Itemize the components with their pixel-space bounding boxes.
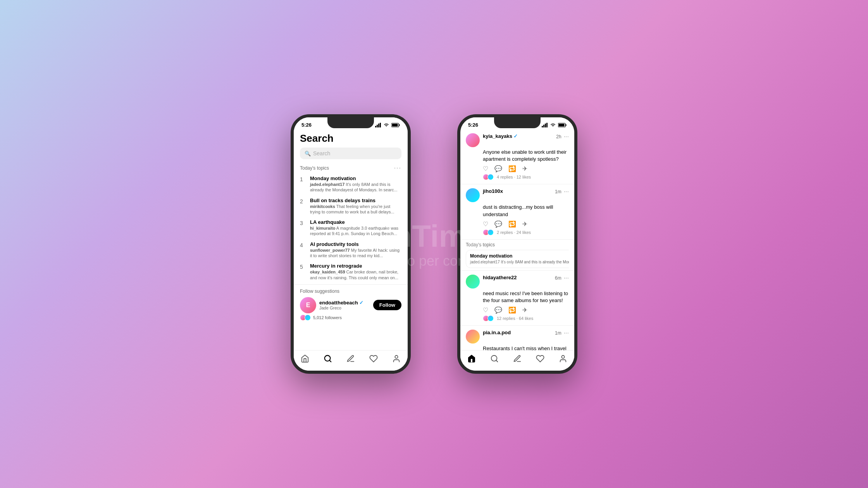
svg-rect-0 xyxy=(375,126,376,127)
tweet-4-meta: pia.in.a.pod 1m ··· xyxy=(483,330,569,337)
topic-card-name-1: Monday motivation xyxy=(470,253,569,259)
nav-search-icon[interactable] xyxy=(324,354,332,365)
reply-av-2b xyxy=(487,229,494,235)
divider xyxy=(294,284,408,285)
svg-rect-6 xyxy=(392,124,398,126)
topic-card-desc-1: jaded.elephant17 It's only 8AM and this … xyxy=(470,259,569,265)
svg-rect-16 xyxy=(559,124,565,126)
comment-icon-3[interactable]: 💬 xyxy=(494,306,502,314)
heart-icon-2[interactable]: ♡ xyxy=(483,220,488,228)
topic-name-4: AI productivity tools xyxy=(310,241,401,247)
topic-num-1: 1 xyxy=(300,176,305,182)
tweet-1-user: kyia_kayaks ✓ xyxy=(483,133,518,139)
comment-icon-2[interactable]: 💬 xyxy=(494,220,502,228)
tweet-2-replies: 2 replies · 24 likes xyxy=(483,229,569,235)
topic-item-4[interactable]: 4 AI productivity tools sunflower_power7… xyxy=(294,239,408,261)
topic-item-5[interactable]: 5 Mercury in retrograde okay_kaiden_459 … xyxy=(294,261,408,283)
share-icon-2[interactable]: ✈ xyxy=(522,220,527,228)
comment-icon-1[interactable]: 💬 xyxy=(494,165,502,172)
svg-line-8 xyxy=(329,360,331,362)
status-icons-right xyxy=(542,123,567,127)
bottom-nav-left xyxy=(294,350,408,371)
bottom-nav-right xyxy=(460,350,574,371)
search-header: Search 🔍 Search xyxy=(294,129,408,162)
tweet-1-replies: 4 replies · 12 likes xyxy=(483,174,569,180)
time-right: 5:26 xyxy=(468,122,478,128)
tweet-1-actions: ♡ 💬 🔁 ✈ xyxy=(483,165,569,172)
right-screen: 5:26 xyxy=(460,117,574,371)
svg-rect-10 xyxy=(542,126,543,127)
wifi-icon xyxy=(383,123,389,127)
topic-num-5: 5 xyxy=(300,264,305,270)
topic-content-4: AI productivity tools sunflower_power77 … xyxy=(310,241,401,259)
topic-desc-3: hi_kimuraito A magnitude 3.0 earthquake … xyxy=(310,225,401,237)
topics-more-icon[interactable]: ··· xyxy=(394,165,401,172)
suggestion-details: endoatthebeach ✓ Jade Greco xyxy=(319,300,363,310)
reply-avatars-2 xyxy=(483,229,492,235)
topic-item-2[interactable]: 2 Bull on tracks delays trains mirikitco… xyxy=(294,195,408,217)
follow-button[interactable]: Follow xyxy=(373,300,401,310)
nav-compose-icon-r[interactable] xyxy=(513,354,522,365)
heart-icon-1[interactable]: ♡ xyxy=(483,165,488,172)
followers-count: 5,012 followers xyxy=(313,315,342,320)
svg-rect-12 xyxy=(545,124,546,127)
svg-rect-13 xyxy=(546,123,548,127)
topic-desc-4: sunflower_power77 My favorite AI hack: u… xyxy=(310,247,401,259)
tweet-1-replies-text: 4 replies · 12 likes xyxy=(497,175,531,179)
time-left: 5:26 xyxy=(301,122,312,128)
follow-suggestions-label: Follow suggestions xyxy=(300,289,401,294)
tweet-2-more-icon[interactable]: ··· xyxy=(564,188,569,195)
topic-item-1[interactable]: 1 Monday motivation jaded.elephant17 It'… xyxy=(294,173,408,195)
tweet-1-time-more: 2h ··· xyxy=(556,133,569,140)
topic-content-2: Bull on tracks delays trains mirikitcook… xyxy=(310,198,401,215)
topics-label: Today's topics xyxy=(300,165,329,171)
suggestion-avatar: E xyxy=(300,297,316,313)
topic-name-2: Bull on tracks delays trains xyxy=(310,198,401,203)
svg-rect-5 xyxy=(399,124,400,126)
feed-content: kyia_kayaks ✓ 2h ··· Anyone else unable … xyxy=(460,129,574,350)
topic-card-1[interactable]: Monday motivation jaded.elephant17 It's … xyxy=(466,250,569,268)
tweet-2-body: dust is distracting...my boss will under… xyxy=(483,204,569,218)
suggestion-username: endoatthebeach ✓ xyxy=(319,300,363,306)
nav-profile-icon-r[interactable] xyxy=(559,354,567,365)
nav-profile-icon[interactable] xyxy=(392,354,401,365)
tweet-1-more-icon[interactable]: ··· xyxy=(564,133,569,140)
topics-section-label: Today's topics xyxy=(466,242,569,247)
suggestion-row: E endoatthebeach ✓ Jade Greco Follow xyxy=(300,297,401,313)
topics-scroll: Monday motivation jaded.elephant17 It's … xyxy=(466,250,569,268)
topic-num-2: 2 xyxy=(300,198,305,204)
reply-avatars-1 xyxy=(483,174,492,180)
tweet-4: pia.in.a.pod 1m ··· Restaurants I can't … xyxy=(460,326,574,350)
followers-row: 5,012 followers xyxy=(300,314,401,321)
tweet-3-body: need music recs! I've been listening to … xyxy=(483,290,569,304)
share-icon-1[interactable]: ✈ xyxy=(522,165,527,172)
battery-icon xyxy=(391,123,400,127)
tweet-3-time: 6m xyxy=(555,275,561,281)
verified-badge: ✓ xyxy=(359,300,363,306)
search-box[interactable]: 🔍 Search xyxy=(300,148,401,159)
nav-compose-icon[interactable] xyxy=(346,354,355,365)
tweet-3-user: hidayathere22 xyxy=(483,275,517,280)
share-icon-3[interactable]: ✈ xyxy=(522,306,527,314)
tweet-3-time-more: 6m ··· xyxy=(555,275,569,282)
tweet-3-more-icon[interactable]: ··· xyxy=(564,275,569,282)
nav-search-icon-r[interactable] xyxy=(490,354,499,365)
tweet-2-actions: ♡ 💬 🔁 ✈ xyxy=(483,220,569,228)
nav-heart-icon-r[interactable] xyxy=(536,354,544,365)
topic-item-3[interactable]: 3 LA earthquake hi_kimuraito A magnitude… xyxy=(294,217,408,239)
retweet-icon-3[interactable]: 🔁 xyxy=(508,306,516,314)
nav-home-icon[interactable] xyxy=(301,354,309,365)
heart-icon-3[interactable]: ♡ xyxy=(483,306,488,314)
tweet-4-more-icon[interactable]: ··· xyxy=(564,330,569,337)
retweet-icon-1[interactable]: 🔁 xyxy=(508,165,516,172)
topic-desc-2: mirikitcooks That feeling when you're ju… xyxy=(310,204,401,215)
tweet-1-meta: kyia_kayaks ✓ 2h ··· xyxy=(483,133,569,140)
retweet-icon-2[interactable]: 🔁 xyxy=(508,220,516,228)
suggestion-info: E endoatthebeach ✓ Jade Greco xyxy=(300,297,363,313)
nav-heart-icon[interactable] xyxy=(369,354,378,365)
tweet-1-time: 2h xyxy=(556,134,561,139)
svg-rect-3 xyxy=(380,123,381,127)
nav-home-icon-r[interactable] xyxy=(467,354,476,365)
topic-desc-1: jaded.elephant17 It's only 8AM and this … xyxy=(310,182,401,193)
tweet-2-header: jiho100x 1m ··· xyxy=(466,188,569,202)
